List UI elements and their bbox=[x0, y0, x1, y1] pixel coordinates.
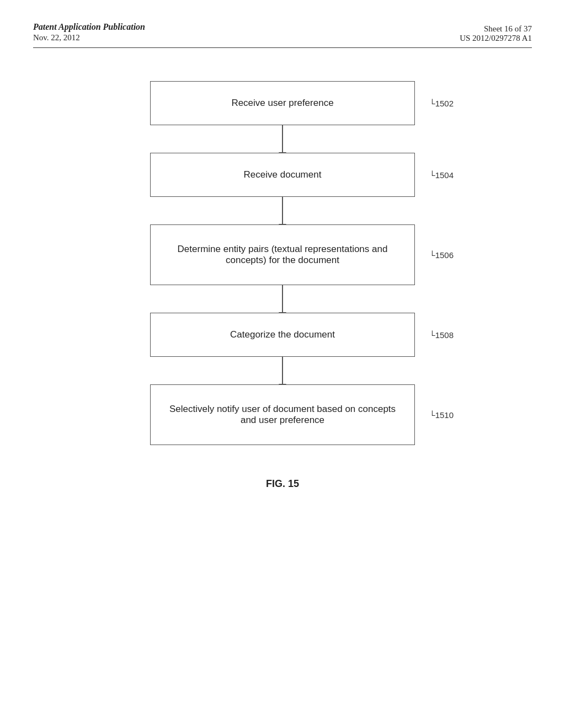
box-text-1508: Categorize the document bbox=[230, 329, 335, 340]
flow-item-1502: Receive user preference └1502 bbox=[33, 81, 532, 125]
flow-box-1508: Categorize the document bbox=[150, 313, 415, 357]
box-label-1502: └1502 bbox=[429, 99, 454, 108]
flow-item-1506: Determine entity pairs (textual represen… bbox=[33, 224, 532, 285]
header-right: Sheet 16 of 37 US 2012/0297278 A1 bbox=[460, 24, 532, 43]
patent-page: Patent Application Publication Nov. 22, … bbox=[0, 0, 565, 728]
figure-caption-text: FIG. 15 bbox=[266, 478, 299, 489]
box-text-1510: Selectively notify user of document base… bbox=[167, 404, 398, 426]
arrow-1504-1506 bbox=[282, 197, 283, 224]
arrow-1502-1504 bbox=[282, 125, 283, 153]
flow-diagram: Receive user preference └1502 Receive do… bbox=[33, 81, 532, 445]
sheet-info: Sheet 16 of 37 bbox=[460, 24, 532, 34]
box-text-1502: Receive user preference bbox=[231, 98, 333, 109]
arrow-1506-1508 bbox=[282, 285, 283, 313]
box-label-1504: └1504 bbox=[429, 170, 454, 180]
box-wrapper-1504: Receive document └1504 bbox=[150, 153, 415, 197]
flow-box-1502: Receive user preference bbox=[150, 81, 415, 125]
box-text-1506: Determine entity pairs (textual represen… bbox=[167, 244, 398, 266]
publication-date: Nov. 22, 2012 bbox=[33, 33, 145, 42]
flow-box-1510: Selectively notify user of document base… bbox=[150, 384, 415, 445]
box-label-1510: └1510 bbox=[429, 410, 454, 420]
patent-number: US 2012/0297278 A1 bbox=[460, 34, 532, 43]
box-label-1508: └1508 bbox=[429, 330, 454, 340]
box-wrapper-1506: Determine entity pairs (textual represen… bbox=[150, 224, 415, 285]
flow-item-1508: Categorize the document └1508 bbox=[33, 313, 532, 357]
flow-box-1504: Receive document bbox=[150, 153, 415, 197]
publication-title: Patent Application Publication bbox=[33, 22, 145, 32]
arrow-1508-1510 bbox=[282, 357, 283, 384]
header-left: Patent Application Publication Nov. 22, … bbox=[33, 22, 145, 42]
flow-item-1510: Selectively notify user of document base… bbox=[33, 384, 532, 445]
flow-box-1506: Determine entity pairs (textual represen… bbox=[150, 224, 415, 285]
box-wrapper-1510: Selectively notify user of document base… bbox=[150, 384, 415, 445]
box-wrapper-1502: Receive user preference └1502 bbox=[150, 81, 415, 125]
box-text-1504: Receive document bbox=[244, 169, 322, 180]
flow-item-1504: Receive document └1504 bbox=[33, 153, 532, 197]
box-label-1506: └1506 bbox=[429, 250, 454, 260]
box-wrapper-1508: Categorize the document └1508 bbox=[150, 313, 415, 357]
figure-caption: FIG. 15 bbox=[33, 478, 532, 490]
page-header: Patent Application Publication Nov. 22, … bbox=[33, 22, 532, 48]
